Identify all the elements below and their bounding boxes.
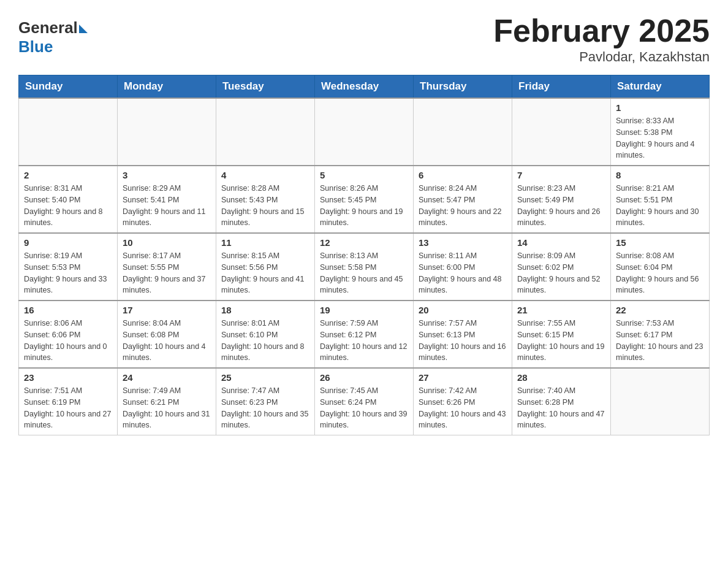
day-number: 5 [320, 170, 408, 180]
title-block: February 2025 Pavlodar, Kazakhstan [493, 12, 710, 65]
column-header-tuesday: Tuesday [216, 75, 315, 99]
day-number: 8 [616, 170, 704, 180]
day-number: 12 [320, 237, 408, 248]
day-info: Sunrise: 7:55 AM Sunset: 6:15 PM Dayligh… [517, 318, 605, 364]
day-number: 6 [419, 170, 507, 180]
day-number: 23 [24, 372, 112, 383]
day-number: 14 [517, 237, 605, 248]
day-number: 3 [123, 170, 211, 180]
day-number: 11 [221, 237, 309, 248]
day-info: Sunrise: 8:33 AM Sunset: 5:38 PM Dayligh… [616, 115, 704, 161]
calendar-cell: 12Sunrise: 8:13 AM Sunset: 5:58 PM Dayli… [315, 233, 414, 301]
calendar-cell: 10Sunrise: 8:17 AM Sunset: 5:55 PM Dayli… [118, 233, 216, 301]
calendar-cell: 26Sunrise: 7:45 AM Sunset: 6:24 PM Dayli… [315, 368, 414, 435]
calendar-cell [315, 98, 414, 166]
day-info: Sunrise: 8:28 AM Sunset: 5:43 PM Dayligh… [221, 183, 309, 229]
day-info: Sunrise: 7:47 AM Sunset: 6:23 PM Dayligh… [221, 385, 309, 431]
day-info: Sunrise: 8:06 AM Sunset: 6:06 PM Dayligh… [24, 318, 112, 364]
calendar-cell: 7Sunrise: 8:23 AM Sunset: 5:49 PM Daylig… [512, 166, 611, 233]
day-info: Sunrise: 8:31 AM Sunset: 5:40 PM Dayligh… [24, 183, 112, 229]
day-number: 17 [123, 305, 211, 315]
calendar-location: Pavlodar, Kazakhstan [493, 49, 710, 65]
day-number: 21 [517, 305, 605, 315]
calendar-cell: 14Sunrise: 8:09 AM Sunset: 6:02 PM Dayli… [512, 233, 611, 301]
day-info: Sunrise: 7:53 AM Sunset: 6:17 PM Dayligh… [616, 318, 704, 364]
calendar-cell: 22Sunrise: 7:53 AM Sunset: 6:17 PM Dayli… [611, 301, 710, 368]
calendar-cell [216, 98, 315, 166]
day-info: Sunrise: 8:23 AM Sunset: 5:49 PM Dayligh… [517, 183, 605, 229]
calendar-cell: 17Sunrise: 8:04 AM Sunset: 6:08 PM Dayli… [118, 301, 216, 368]
day-number: 2 [24, 170, 112, 180]
calendar-cell: 23Sunrise: 7:51 AM Sunset: 6:19 PM Dayli… [19, 368, 118, 435]
day-info: Sunrise: 8:24 AM Sunset: 5:47 PM Dayligh… [419, 183, 507, 229]
logo-general-text: General [18, 18, 78, 37]
day-number: 24 [123, 372, 211, 383]
day-info: Sunrise: 8:09 AM Sunset: 6:02 PM Dayligh… [517, 250, 605, 296]
day-info: Sunrise: 7:42 AM Sunset: 6:26 PM Dayligh… [419, 385, 507, 431]
calendar-cell [19, 98, 118, 166]
column-header-sunday: Sunday [19, 75, 118, 99]
day-number: 19 [320, 305, 408, 315]
calendar-cell: 1Sunrise: 8:33 AM Sunset: 5:38 PM Daylig… [611, 98, 710, 166]
day-info: Sunrise: 8:08 AM Sunset: 6:04 PM Dayligh… [616, 250, 704, 296]
day-info: Sunrise: 8:13 AM Sunset: 5:58 PM Dayligh… [320, 250, 408, 296]
day-number: 27 [419, 372, 507, 383]
day-info: Sunrise: 7:51 AM Sunset: 6:19 PM Dayligh… [24, 385, 112, 431]
day-number: 20 [419, 305, 507, 315]
calendar-week-row: 9Sunrise: 8:19 AM Sunset: 5:53 PM Daylig… [19, 233, 710, 301]
calendar-cell [611, 368, 710, 435]
day-number: 13 [419, 237, 507, 248]
calendar-cell: 11Sunrise: 8:15 AM Sunset: 5:56 PM Dayli… [216, 233, 315, 301]
day-info: Sunrise: 7:40 AM Sunset: 6:28 PM Dayligh… [517, 385, 605, 431]
logo-triangle-icon [79, 25, 88, 33]
calendar-cell: 24Sunrise: 7:49 AM Sunset: 6:21 PM Dayli… [118, 368, 216, 435]
day-info: Sunrise: 8:26 AM Sunset: 5:45 PM Dayligh… [320, 183, 408, 229]
day-number: 26 [320, 372, 408, 383]
calendar-week-row: 23Sunrise: 7:51 AM Sunset: 6:19 PM Dayli… [19, 368, 710, 435]
column-header-monday: Monday [118, 75, 216, 99]
day-info: Sunrise: 8:04 AM Sunset: 6:08 PM Dayligh… [123, 318, 211, 364]
calendar-cell: 25Sunrise: 7:47 AM Sunset: 6:23 PM Dayli… [216, 368, 315, 435]
day-number: 4 [221, 170, 309, 180]
calendar-table: SundayMondayTuesdayWednesdayThursdayFrid… [18, 75, 710, 435]
calendar-cell: 4Sunrise: 8:28 AM Sunset: 5:43 PM Daylig… [216, 166, 315, 233]
day-info: Sunrise: 8:29 AM Sunset: 5:41 PM Dayligh… [123, 183, 211, 229]
day-info: Sunrise: 7:45 AM Sunset: 6:24 PM Dayligh… [320, 385, 408, 431]
calendar-cell [118, 98, 216, 166]
logo: General Blue [18, 18, 88, 56]
day-number: 25 [221, 372, 309, 383]
calendar-cell: 13Sunrise: 8:11 AM Sunset: 6:00 PM Dayli… [414, 233, 512, 301]
column-header-wednesday: Wednesday [315, 75, 414, 99]
day-info: Sunrise: 8:19 AM Sunset: 5:53 PM Dayligh… [24, 250, 112, 296]
day-info: Sunrise: 8:17 AM Sunset: 5:55 PM Dayligh… [123, 250, 211, 296]
calendar-cell: 2Sunrise: 8:31 AM Sunset: 5:40 PM Daylig… [19, 166, 118, 233]
calendar-cell [414, 98, 512, 166]
calendar-header-row: SundayMondayTuesdayWednesdayThursdayFrid… [19, 75, 710, 99]
day-number: 1 [616, 102, 704, 113]
column-header-friday: Friday [512, 75, 611, 99]
calendar-cell: 20Sunrise: 7:57 AM Sunset: 6:13 PM Dayli… [414, 301, 512, 368]
column-header-saturday: Saturday [611, 75, 710, 99]
day-info: Sunrise: 7:59 AM Sunset: 6:12 PM Dayligh… [320, 318, 408, 364]
day-number: 9 [24, 237, 112, 248]
page-header: General Blue February 2025 Pavlodar, Kaz… [18, 12, 710, 65]
column-header-thursday: Thursday [414, 75, 512, 99]
logo-blue-text: Blue [18, 37, 53, 56]
calendar-cell: 18Sunrise: 8:01 AM Sunset: 6:10 PM Dayli… [216, 301, 315, 368]
calendar-cell: 8Sunrise: 8:21 AM Sunset: 5:51 PM Daylig… [611, 166, 710, 233]
day-number: 16 [24, 305, 112, 315]
day-info: Sunrise: 7:49 AM Sunset: 6:21 PM Dayligh… [123, 385, 211, 431]
day-info: Sunrise: 7:57 AM Sunset: 6:13 PM Dayligh… [419, 318, 507, 364]
calendar-cell: 28Sunrise: 7:40 AM Sunset: 6:28 PM Dayli… [512, 368, 611, 435]
day-info: Sunrise: 8:15 AM Sunset: 5:56 PM Dayligh… [221, 250, 309, 296]
calendar-week-row: 16Sunrise: 8:06 AM Sunset: 6:06 PM Dayli… [19, 301, 710, 368]
calendar-cell: 21Sunrise: 7:55 AM Sunset: 6:15 PM Dayli… [512, 301, 611, 368]
calendar-cell: 27Sunrise: 7:42 AM Sunset: 6:26 PM Dayli… [414, 368, 512, 435]
day-number: 22 [616, 305, 704, 315]
day-info: Sunrise: 8:11 AM Sunset: 6:00 PM Dayligh… [419, 250, 507, 296]
day-number: 28 [517, 372, 605, 383]
calendar-cell [512, 98, 611, 166]
calendar-cell: 19Sunrise: 7:59 AM Sunset: 6:12 PM Dayli… [315, 301, 414, 368]
calendar-title: February 2025 [493, 12, 710, 49]
day-number: 10 [123, 237, 211, 248]
